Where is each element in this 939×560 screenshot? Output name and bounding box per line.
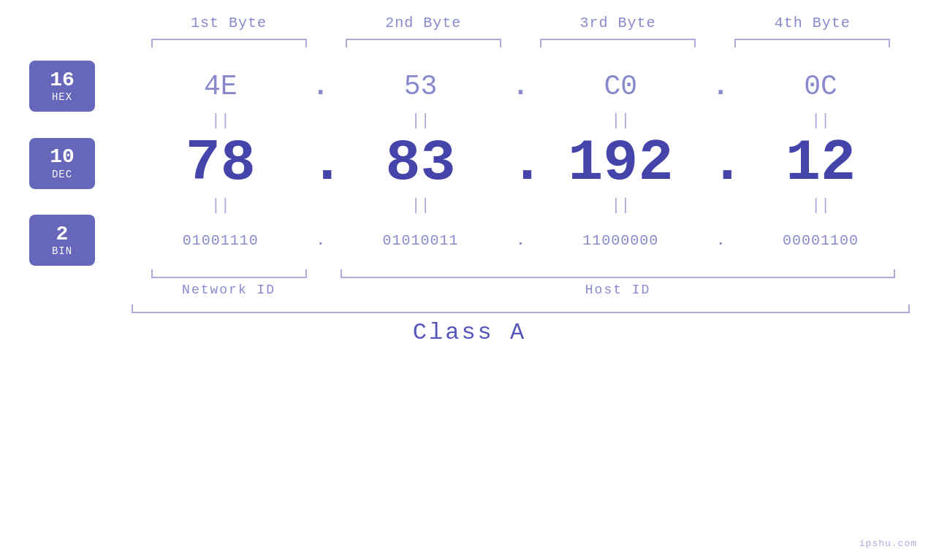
bin-byte1: 01001110 [132, 232, 310, 249]
bracket-cell-1 [132, 39, 326, 47]
eq7: || [532, 196, 710, 215]
overall-bracket-container [132, 304, 910, 313]
dec-byte1: 78 [132, 130, 310, 196]
hex-byte3: C0 [532, 71, 710, 102]
hex-badge: 16 HEX [29, 61, 95, 112]
dec-badge-container: 10 DEC [29, 138, 132, 189]
dec-row: 10 DEC 78 . 83 . 192 . 12 [29, 130, 910, 196]
bin-byte3: 11000000 [532, 232, 710, 249]
dec-dot1: . [310, 130, 332, 196]
bin-values: 01001110 . 01010011 . 11000000 . 0000110… [132, 232, 910, 249]
hex-base-label: HEX [52, 91, 72, 103]
bin-byte4: 00001100 [731, 232, 910, 249]
eq1: || [132, 112, 310, 130]
class-row: Class A [29, 319, 910, 346]
bracket-cell-2 [326, 39, 520, 47]
bin-base-label: BIN [52, 245, 72, 257]
dec-dot3: . [710, 130, 731, 196]
dec-base-label: DEC [52, 169, 72, 180]
eq6: || [332, 196, 510, 215]
byte1-header: 1st Byte [132, 15, 326, 31]
dec-dot2: . [510, 130, 532, 196]
eq4: || [731, 112, 910, 130]
bracket-cell-3 [521, 39, 715, 47]
dec-badge: 10 DEC [29, 138, 95, 189]
dec-values: 78 . 83 . 192 . 12 [132, 130, 910, 196]
network-id-label: Network ID [132, 283, 326, 297]
bin-badge: 2 BIN [29, 215, 95, 266]
bin-dot2: . [510, 232, 532, 249]
byte4-header: 4th Byte [715, 15, 910, 31]
bracket-top-4 [734, 39, 890, 47]
hex-byte4: 0C [731, 71, 910, 102]
eq3: || [532, 112, 710, 130]
equals-row-1: || || || || [132, 112, 910, 130]
host-bracket [341, 269, 895, 278]
bracket-cell-4 [715, 39, 910, 47]
byte2-header: 2nd Byte [326, 15, 520, 31]
bin-row: 2 BIN 01001110 . 01010011 . 11000000 . 0… [29, 215, 910, 266]
network-bracket-cell [132, 269, 326, 278]
byte-headers: 1st Byte 2nd Byte 3rd Byte 4th Byte [132, 15, 910, 31]
eq2: || [332, 112, 510, 130]
hex-badge-container: 16 HEX [29, 61, 132, 112]
class-label: Class A [413, 319, 526, 346]
hex-byte2: 53 [332, 71, 510, 102]
network-bracket [151, 269, 307, 278]
hex-dot1: . [310, 71, 332, 102]
dec-base-number: 10 [50, 146, 75, 169]
eq8: || [731, 196, 910, 215]
dec-byte4: 12 [731, 130, 910, 196]
bin-dot1: . [310, 232, 332, 249]
bin-dot3: . [710, 232, 731, 249]
bin-base-number: 2 [56, 223, 69, 246]
bin-byte2: 01010011 [332, 232, 510, 249]
bracket-top-1 [151, 39, 307, 47]
hex-values: 4E . 53 . C0 . 0C [132, 71, 910, 102]
hex-base-number: 16 [50, 69, 75, 92]
main-container: 1st Byte 2nd Byte 3rd Byte 4th Byte 16 H… [0, 0, 939, 560]
equals-row-2: || || || || [132, 196, 910, 215]
host-bracket-cell [326, 269, 910, 278]
bracket-top-2 [346, 39, 501, 47]
bin-badge-container: 2 BIN [29, 215, 132, 266]
hex-row: 16 HEX 4E . 53 . C0 . 0C [29, 61, 910, 112]
byte3-header: 3rd Byte [521, 15, 715, 31]
watermark: ipshu.com [859, 538, 917, 549]
hex-byte1: 4E [132, 71, 310, 102]
hex-dot3: . [710, 71, 731, 102]
overall-bracket [132, 304, 910, 313]
id-labels-row: Network ID Host ID [132, 283, 910, 297]
dec-byte2: 83 [332, 130, 510, 196]
bracket-top-3 [540, 39, 696, 47]
hex-dot2: . [510, 71, 532, 102]
bottom-bracket-row [132, 269, 910, 278]
host-id-label: Host ID [326, 283, 910, 297]
dec-byte3: 192 [532, 130, 710, 196]
eq5: || [132, 196, 310, 215]
top-bracket-row [132, 39, 910, 47]
